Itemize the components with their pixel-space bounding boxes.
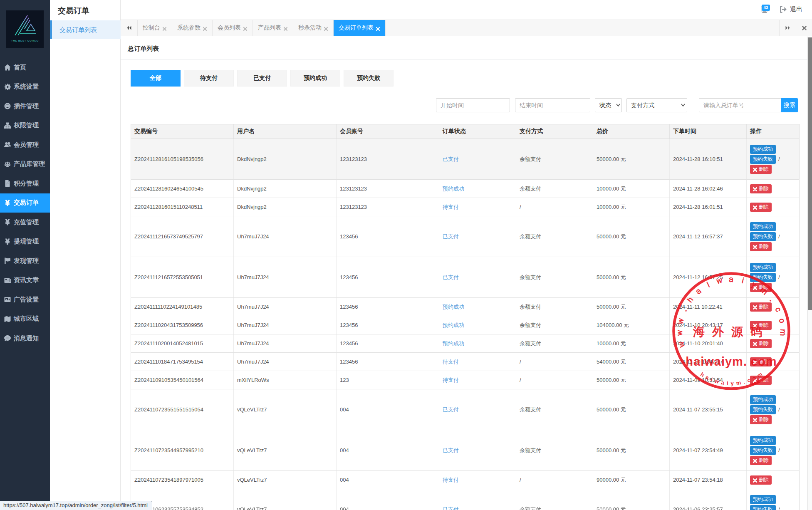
filter-button-3[interactable]: 已支付 xyxy=(237,70,287,87)
filter-button-4[interactable]: 预约成功 xyxy=(290,70,340,87)
notification-button[interactable]: 43 xyxy=(759,5,769,14)
sidebar-item-13[interactable]: 广告设置 xyxy=(0,290,50,309)
delete-button[interactable]: 删除 xyxy=(750,415,772,424)
filter-button-5[interactable]: 预约失败 xyxy=(344,70,394,87)
sidebar-item-11[interactable]: 发现管理 xyxy=(0,251,50,271)
member-account-cell: 004 xyxy=(337,389,439,430)
reserve-fail-button[interactable]: 预约失败 xyxy=(750,505,776,510)
delete-button[interactable]: 删除 xyxy=(750,302,772,312)
delete-button[interactable]: 删除 xyxy=(750,283,772,292)
reserve-success-button[interactable]: 预约成功 xyxy=(750,222,776,231)
sidebar-item-12[interactable]: 资讯文章 xyxy=(0,271,50,290)
sidebar-item-3[interactable]: 插件管理 xyxy=(0,97,50,116)
tabs-close-all-button[interactable] xyxy=(796,20,812,36)
status-select[interactable]: 状态 xyxy=(595,98,622,112)
delete-button[interactable]: 删除 xyxy=(750,475,772,485)
reserve-success-button[interactable]: 预约成功 xyxy=(750,145,776,154)
reserve-fail-button[interactable]: 预约失败 xyxy=(750,232,776,241)
sidebar-item-15[interactable]: 消息通知 xyxy=(0,329,50,348)
tab-1[interactable]: 控制台 xyxy=(138,20,172,36)
tab-6[interactable]: 交易订单列表 xyxy=(334,20,386,36)
member-account-cell: 004 xyxy=(337,430,439,471)
order-number-input[interactable] xyxy=(699,98,781,112)
tab-5[interactable]: 秒杀活动 xyxy=(293,20,334,36)
sidebar-item-1[interactable]: 首页 xyxy=(0,58,50,77)
order-status-link[interactable]: 预约成功 xyxy=(443,304,464,310)
delete-button[interactable]: 删除 xyxy=(750,456,772,465)
order-row-2: Z2024112816024654100545 DkdNvjngp2 12312… xyxy=(131,180,800,198)
delete-x-icon xyxy=(753,245,757,249)
sidebar-item-4[interactable]: 权限管理 xyxy=(0,116,50,136)
reserve-fail-button[interactable]: 预约失败 xyxy=(750,273,776,282)
member-account-cell: 004 xyxy=(337,471,439,489)
tab-close-icon[interactable] xyxy=(162,26,167,30)
action-line: 删除 xyxy=(750,203,799,212)
tab-label: 产品列表 xyxy=(258,24,281,32)
order-status-link[interactable]: 预约成功 xyxy=(443,322,464,328)
order-status-link[interactable]: 待支付 xyxy=(443,359,459,365)
order-status-link[interactable]: 已支付 xyxy=(443,156,459,162)
action-separator: / xyxy=(778,234,780,239)
pay-method-cell: / xyxy=(516,471,593,489)
tab-close-icon[interactable] xyxy=(243,26,248,30)
tab-4[interactable]: 产品列表 xyxy=(253,20,293,36)
pay-method-select[interactable]: 支付方式 xyxy=(626,98,687,112)
sidebar-item-10[interactable]: 提现管理 xyxy=(0,232,50,252)
reserve-success-button[interactable]: 预约成功 xyxy=(750,495,776,504)
order-status-link[interactable]: 已支付 xyxy=(443,274,459,280)
reserve-success-button[interactable]: 预约成功 xyxy=(750,436,776,445)
order-status-link[interactable]: 已支付 xyxy=(443,506,459,510)
comment-icon xyxy=(4,335,11,342)
delete-button[interactable]: 删除 xyxy=(750,339,772,348)
sidebar-item-14[interactable]: 城市区域 xyxy=(0,309,50,329)
tab-close-icon[interactable] xyxy=(203,26,207,30)
delete-button[interactable]: 删除 xyxy=(750,321,772,330)
username-cell: Uh7muJ7J24 xyxy=(234,257,337,298)
reserve-success-button[interactable]: 预约成功 xyxy=(750,395,776,404)
reserve-fail-button[interactable]: 预约失败 xyxy=(750,405,776,414)
delete-button[interactable]: 删除 xyxy=(750,165,772,174)
tab-close-icon[interactable] xyxy=(324,26,328,30)
page-scrollbar-thumb[interactable] xyxy=(808,37,812,310)
submenu-item-order-list[interactable]: 交易订单列表 xyxy=(50,20,121,39)
sidebar-item-8[interactable]: 交易订单 xyxy=(0,193,50,213)
tabs-scroll-right-button[interactable] xyxy=(779,20,796,36)
order-status-link[interactable]: 待支付 xyxy=(443,477,459,483)
page-scrollbar[interactable] xyxy=(807,37,812,510)
order-status-link[interactable]: 待支付 xyxy=(443,204,459,210)
search-button[interactable]: 搜索 xyxy=(781,98,798,112)
reserve-fail-button[interactable]: 预约失败 xyxy=(750,446,776,455)
order-time-cell: 2024-11-28 16:01:51 xyxy=(670,198,747,216)
order-id-cell: Z2024111020014052481015 xyxy=(131,334,234,353)
order-status-link[interactable]: 已支付 xyxy=(443,447,459,453)
delete-button[interactable]: 删除 xyxy=(750,184,772,193)
filter-button-1[interactable]: 全部 xyxy=(131,70,181,87)
reserve-fail-button[interactable]: 预约失败 xyxy=(750,155,776,164)
delete-button[interactable]: 删除 xyxy=(750,242,772,251)
logout-button[interactable]: 退出 xyxy=(780,5,802,13)
order-status-link[interactable]: 预约成功 xyxy=(443,340,464,347)
tabs-scroll-left-button[interactable] xyxy=(121,20,138,36)
tab-close-icon[interactable] xyxy=(283,26,288,30)
tab-2[interactable]: 系统参数 xyxy=(172,20,213,36)
filter-button-2[interactable]: 待支付 xyxy=(184,70,234,87)
tab-close-icon[interactable] xyxy=(376,26,380,30)
sidebar-item-6[interactable]: 产品库管理 xyxy=(0,155,50,174)
delete-button[interactable]: 删除 xyxy=(750,357,772,366)
sidebar-item-5[interactable]: 会员管理 xyxy=(0,135,50,155)
delete-button[interactable]: 删除 xyxy=(750,203,772,212)
end-time-input[interactable] xyxy=(515,98,590,112)
order-status-link[interactable]: 待支付 xyxy=(443,377,459,383)
order-status-link[interactable]: 已支付 xyxy=(443,233,459,240)
reserve-success-button[interactable]: 预约成功 xyxy=(750,263,776,272)
sidebar-item-9[interactable]: 充值管理 xyxy=(0,213,50,232)
start-time-input[interactable] xyxy=(436,98,510,112)
sidebar-item-2[interactable]: 系统设置 xyxy=(0,77,50,97)
delete-label: 删除 xyxy=(759,284,769,291)
delete-button[interactable]: 删除 xyxy=(750,376,772,385)
order-status-link[interactable]: 预约成功 xyxy=(443,186,464,192)
sidebar-item-label: 交易订单 xyxy=(14,199,39,207)
sidebar-item-7[interactable]: 积分管理 xyxy=(0,174,50,193)
order-status-link[interactable]: 已支付 xyxy=(443,406,459,413)
tab-3[interactable]: 会员列表 xyxy=(213,20,253,36)
